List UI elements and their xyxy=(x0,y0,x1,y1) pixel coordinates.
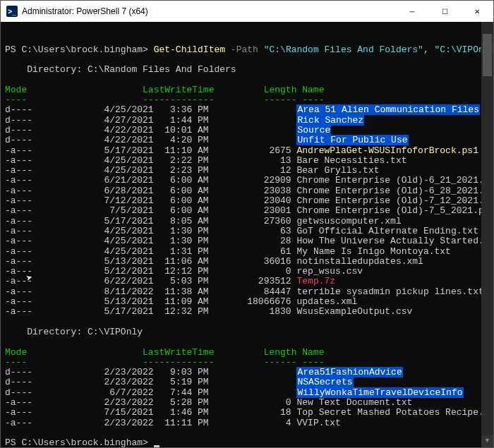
file-name: Chrome Enterprise (Old)-6_21_2021.pdf xyxy=(296,175,493,186)
file-row: -a--- 8/11/2022 11:38 AM 84447 terrible … xyxy=(5,287,476,297)
file-row: -a--- 4/25/2021 1:30 PM 63 GoT Official … xyxy=(5,226,476,236)
file-name: Source xyxy=(296,125,331,135)
file-row: -a--- 5/17/2021 11:10 AM 2675 AndrewPlaG… xyxy=(5,146,476,156)
file-name: WillyWonkaTimeTravelDeviceInfo xyxy=(296,387,463,398)
file-row: -a--- 4/25/2021 2:22 PM 13 Bare Necessit… xyxy=(5,156,476,166)
file-row: d---- 4/27/2021 1:44 PM Rick Sanchez xyxy=(5,116,476,126)
file-name: GoT Official Alternate Ending.txt xyxy=(296,226,478,236)
powershell-window: >_ Administrator: PowerShell 7 (x64) ─ ☐… xyxy=(0,0,494,448)
file-row: d---- 2/23/2022 5:19 PM NSASecrets xyxy=(5,377,476,387)
file-row: d---- 6/7/2022 7:44 PM WillyWonkaTimeTra… xyxy=(5,388,476,398)
file-row: -a--- 4/25/2021 1:30 PM 28 How The Unive… xyxy=(5,236,476,246)
file-row: -a--- 5/17/2021 12:32 PM 1830 WsusExampl… xyxy=(5,307,476,317)
file-row: -a--- 2/23/2022 11:11 PM 4 VVIP.txt xyxy=(5,418,476,428)
minimize-button[interactable]: ─ xyxy=(396,1,428,22)
file-name: Temp.7z xyxy=(296,276,335,286)
file-name: terrible sysadmin pickup lines.txt xyxy=(296,286,483,297)
file-row: d---- 4/25/2021 3:36 PM Area 51 Alien Co… xyxy=(5,105,476,115)
scroll-down-button[interactable]: ▼ xyxy=(481,435,493,447)
column-divider: ---- ------------- ------ ---- xyxy=(5,95,476,105)
file-name: Chrome Enterprise (Old)-6_28_2021.pdf xyxy=(296,186,493,196)
file-name: Unfit For Public Use xyxy=(296,135,408,145)
file-name: Bare Necessities.txt xyxy=(296,155,406,166)
scroll-thumb[interactable] xyxy=(483,34,492,76)
file-row: d---- 4/22/2021 4:20 PM Unfit For Public… xyxy=(5,135,476,145)
cursor xyxy=(154,445,159,447)
file-name: Chrome Enterprise (Old)-7_5_2021.pdf xyxy=(296,205,493,216)
file-name: New Text Document.txt xyxy=(296,397,412,408)
file-name: Chrome Enterprise (Old)-7_12_2021.pdf xyxy=(296,195,493,206)
file-row: -a--- 4/25/2021 2:23 PM 12 Bear Grylls.t… xyxy=(5,166,476,176)
directory-header: Directory: C:\VIPOnly xyxy=(5,327,476,337)
file-row: d---- 4/22/2021 10:01 AM Source xyxy=(5,126,476,135)
file-name: Area 51 Alien Communication Files xyxy=(296,104,479,115)
file-row: -a--- 6/21/2021 6:00 AM 22909 Chrome Ent… xyxy=(5,176,476,186)
column-headers: Mode LastWriteTime Length Name xyxy=(5,348,476,358)
column-divider: ---- ------------- ------ ---- xyxy=(5,358,476,368)
prompt-line[interactable]: PS C:\Users\brock.bingham> xyxy=(5,438,476,447)
close-button[interactable]: ✕ xyxy=(461,1,493,22)
directory-header: Directory: C:\Random Files And Folders xyxy=(5,65,476,75)
titlebar[interactable]: >_ Administrator: PowerShell 7 (x64) ─ ☐… xyxy=(1,1,493,22)
file-row: -a--- 7/5/2021 6:00 AM 23001 Chrome Ente… xyxy=(5,206,476,216)
file-row: -a--- 5/13/2021 11:06 AM 36016 notinstal… xyxy=(5,257,476,267)
powershell-icon: >_ xyxy=(6,6,18,17)
file-row: -a--- 2/23/2022 5:28 PM 0 New Text Docum… xyxy=(5,398,476,408)
file-row: -a--- 4/25/2021 1:31 PM 61 My Name Is In… xyxy=(5,247,476,257)
file-name: WsusExampleOutput.csv xyxy=(296,306,412,317)
file-row: d---- 2/23/2022 9:03 PM Area51FashionAdv… xyxy=(5,368,476,377)
window-title: Administrator: PowerShell 7 (x64) xyxy=(22,6,396,16)
file-name: rep_wsus.csv xyxy=(296,266,363,277)
window-controls: ─ ☐ ✕ xyxy=(396,1,493,22)
file-name: My Name Is Inigo Montoya.txt xyxy=(296,246,450,257)
file-name: NSASecrets xyxy=(296,377,353,387)
file-row: -a--- 5/13/2021 11:09 AM 18066676 update… xyxy=(5,297,476,307)
file-name: getwsuscomputer.xml xyxy=(296,216,401,226)
file-row: -a--- 5/12/2021 12:12 PM 0 rep_wsus.csv xyxy=(5,267,476,277)
file-name: AndrewPlaGet-WSUSInfoforBrock.ps1 xyxy=(296,145,478,156)
scrollbar[interactable]: ▲ ▼ xyxy=(481,22,493,447)
file-name: Bear Grylls.txt xyxy=(296,165,379,176)
terminal-area[interactable]: PS C:\Users\brock.bingham> Get-ChildItem… xyxy=(1,22,493,447)
file-row: -a--- 6/28/2021 6:00 AM 23038 Chrome Ent… xyxy=(5,186,476,196)
file-name: notinstalledupdates.xml xyxy=(296,256,423,267)
file-name: Rick Sanchez xyxy=(296,115,364,126)
column-headers: Mode LastWriteTime Length Name xyxy=(5,85,476,95)
file-row: -a--- 7/15/2021 1:46 PM 18 Top Secret Ma… xyxy=(5,408,476,418)
file-name: VVIP.txt xyxy=(296,418,340,428)
maximize-button[interactable]: ☐ xyxy=(428,1,461,22)
file-row: -a--- 7/12/2021 6:00 AM 23040 Chrome Ent… xyxy=(5,196,476,206)
file-name: Top Secret Mashed Potatoes Recipe.txt xyxy=(296,407,493,418)
prompt-line: PS C:\Users\brock.bingham> Get-ChildItem… xyxy=(5,45,476,55)
file-row: -a--- 6/22/2021 5:03 PM 293512 Temp.7z xyxy=(5,277,476,286)
file-name: How The Universe Actually Started.txt xyxy=(296,236,493,246)
file-name: Area51FashionAdvice xyxy=(296,367,402,377)
file-row: -a--- 5/17/2021 8:05 AM 27360 getwsuscom… xyxy=(5,217,476,226)
file-name: updates.xml xyxy=(296,296,357,307)
